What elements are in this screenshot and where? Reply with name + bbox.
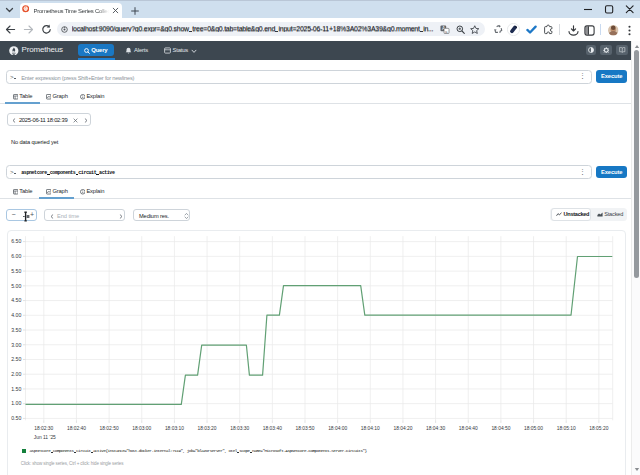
svg-text:18:03:20: 18:03:20 [198, 426, 217, 431]
svg-text:18:04:20: 18:04:20 [393, 426, 412, 431]
svg-text:4.00: 4.00 [11, 312, 21, 318]
svg-text:5.50: 5.50 [11, 268, 21, 274]
svg-text:18:04:00: 18:04:00 [328, 426, 347, 431]
svg-text:0.50: 0.50 [11, 415, 21, 421]
svg-text:18:03:30: 18:03:30 [230, 426, 249, 431]
svg-text:18:02:40: 18:02:40 [67, 426, 86, 431]
svg-text:1.50: 1.50 [11, 386, 21, 392]
svg-text:5.00: 5.00 [11, 283, 21, 289]
svg-text:2.00: 2.00 [11, 371, 21, 377]
svg-text:18:05:00: 18:05:00 [524, 426, 543, 431]
svg-text:18:02:50: 18:02:50 [100, 426, 119, 431]
svg-text:4.50: 4.50 [11, 297, 21, 303]
svg-text:18:02:30: 18:02:30 [34, 426, 53, 431]
svg-text:18:05:20: 18:05:20 [589, 426, 608, 431]
svg-text:18:04:30: 18:04:30 [426, 426, 445, 431]
svg-text:2.50: 2.50 [11, 356, 21, 362]
svg-text:18:04:40: 18:04:40 [459, 426, 478, 431]
svg-text:18:05:10: 18:05:10 [557, 426, 576, 431]
svg-text:6.50: 6.50 [11, 238, 21, 244]
svg-text:6.00: 6.00 [11, 253, 21, 259]
svg-text:3.50: 3.50 [11, 327, 21, 333]
svg-text:18:04:10: 18:04:10 [361, 426, 380, 431]
svg-text:1.00: 1.00 [11, 400, 21, 406]
svg-text:18:03:00: 18:03:00 [132, 426, 151, 431]
svg-text:Jun 11 '25: Jun 11 '25 [34, 435, 56, 440]
svg-text:18:03:10: 18:03:10 [165, 426, 184, 431]
svg-text:18:03:40: 18:03:40 [263, 426, 282, 431]
svg-text:18:03:50: 18:03:50 [295, 426, 314, 431]
svg-text:3.00: 3.00 [11, 342, 21, 348]
svg-text:18:04:50: 18:04:50 [491, 426, 510, 431]
